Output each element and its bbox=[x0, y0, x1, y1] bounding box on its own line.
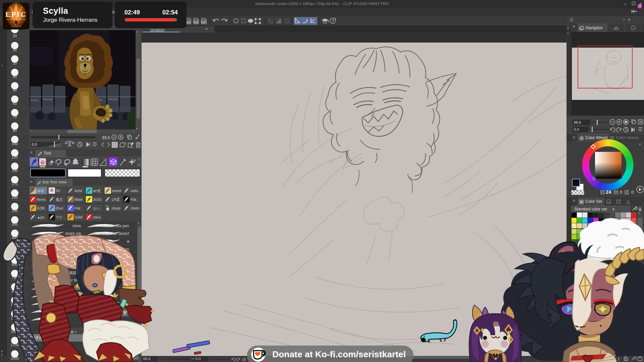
svg-text:v: v bbox=[138, 163, 140, 166]
svg-text:170: 170 bbox=[12, 182, 18, 186]
svg-text:120: 120 bbox=[12, 155, 18, 159]
svg-text:250: 250 bbox=[12, 209, 18, 213]
svg-text:psd: psd bbox=[201, 20, 205, 23]
svg-text:33.3: 33.3 bbox=[102, 135, 110, 140]
svg-text:80: 80 bbox=[13, 128, 17, 132]
svg-text:^: ^ bbox=[138, 158, 140, 161]
svg-text:150: 150 bbox=[12, 169, 18, 173]
svg-text:100: 100 bbox=[12, 142, 18, 146]
svg-text:20: 20 bbox=[13, 34, 17, 38]
svg-text:30: 30 bbox=[13, 61, 17, 65]
svg-text:EPIC: EPIC bbox=[5, 10, 27, 18]
svg-text:50: 50 bbox=[13, 88, 17, 92]
svg-text:40: 40 bbox=[13, 75, 17, 79]
svg-text:?: ? bbox=[332, 19, 334, 23]
svg-text:0.0: 0.0 bbox=[32, 142, 37, 146]
svg-text:60: 60 bbox=[13, 102, 17, 106]
svg-text:25: 25 bbox=[13, 48, 17, 52]
svg-text:200: 200 bbox=[12, 195, 18, 199]
svg-text:png: png bbox=[194, 20, 198, 23]
svg-text:- THE MUSICAL SAGA -: - THE MUSICAL SAGA - bbox=[10, 26, 22, 27]
svg-text:70: 70 bbox=[13, 115, 17, 119]
svg-text:300: 300 bbox=[12, 222, 18, 226]
svg-text:THE THUNDER SAGA ALBUM: THE THUNDER SAGA ALBUM bbox=[6, 19, 26, 20]
